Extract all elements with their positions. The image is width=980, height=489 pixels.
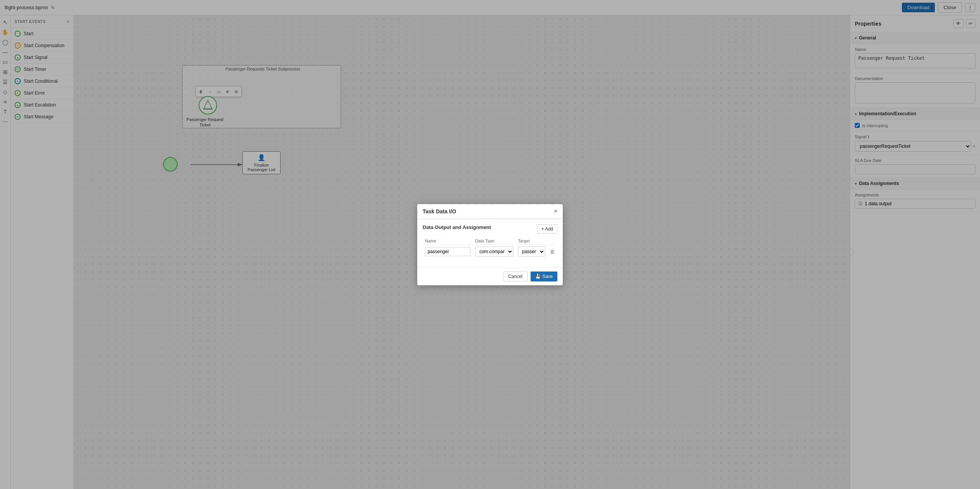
modal-table-body: com.company.Pass passenger 🗑 xyxy=(423,245,557,258)
modal-overlay: Task Data I/O × Data Output and Assignme… xyxy=(0,0,980,489)
row-datatype-select[interactable]: com.company.Pass xyxy=(475,247,513,257)
row-target-cell: passenger xyxy=(516,245,547,258)
row-datatype-cell: com.company.Pass xyxy=(473,245,516,258)
col-target-header: Target xyxy=(516,237,547,245)
modal-close-btn[interactable]: × xyxy=(554,208,557,215)
save-icon: 💾 xyxy=(535,274,541,279)
modal-section-title: Data Output and Assignment xyxy=(423,224,491,230)
modal-title: Task Data I/O xyxy=(423,208,456,214)
col-actions-header xyxy=(547,237,557,245)
row-delete-btn[interactable]: 🗑 xyxy=(550,249,555,255)
col-datatype-header: Data Type xyxy=(473,237,516,245)
save-label: Save xyxy=(542,274,553,279)
task-data-io-modal: Task Data I/O × Data Output and Assignme… xyxy=(417,204,563,285)
modal-table-header-row: Name Data Type Target xyxy=(423,237,557,245)
row-delete-cell: 🗑 xyxy=(547,245,557,258)
table-row: com.company.Pass passenger 🗑 xyxy=(423,245,557,258)
row-name-cell xyxy=(423,245,473,258)
modal-section-header: Data Output and Assignment + Add xyxy=(423,224,557,234)
modal-table-head: Name Data Type Target xyxy=(423,237,557,245)
row-name-input[interactable] xyxy=(425,247,470,256)
modal-header: Task Data I/O × xyxy=(417,204,563,219)
modal-body: Data Output and Assignment + Add Name Da… xyxy=(417,219,563,267)
modal-footer: Cancel 💾 Save xyxy=(417,267,563,285)
col-name-header: Name xyxy=(423,237,473,245)
add-button[interactable]: + Add xyxy=(537,224,557,234)
save-button[interactable]: 💾 Save xyxy=(531,271,557,281)
modal-table: Name Data Type Target com.company.Pass xyxy=(423,237,557,258)
cancel-button[interactable]: Cancel xyxy=(503,271,527,281)
row-target-select[interactable]: passenger xyxy=(518,247,545,257)
